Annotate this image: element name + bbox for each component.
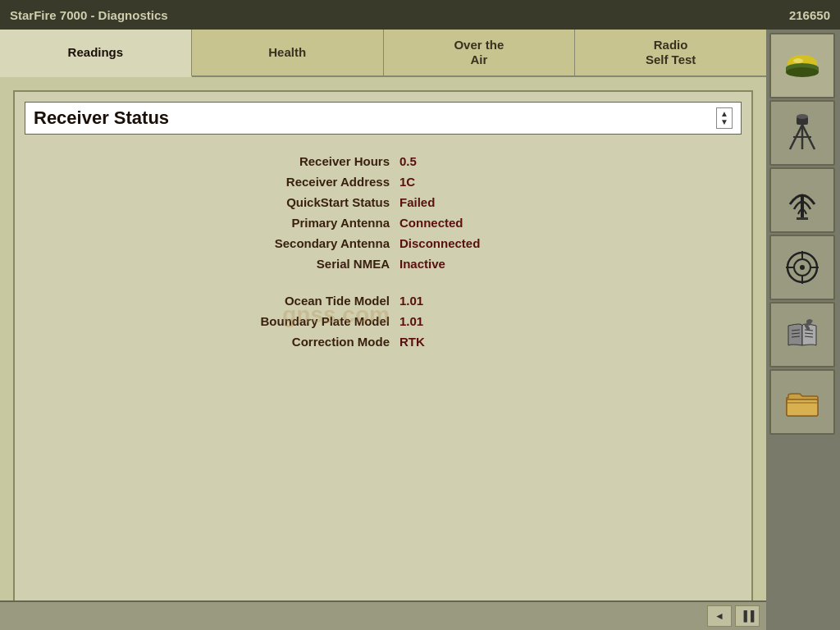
svg-rect-12 bbox=[797, 217, 808, 220]
svg-point-6 bbox=[797, 114, 808, 119]
receiver-status-box: Receiver Status ▲ ▼ Receiver Hours 0.5 R… bbox=[13, 90, 753, 617]
grid-button[interactable]: ▐▐ bbox=[735, 605, 760, 627]
content-area: Receiver Status ▲ ▼ Receiver Hours 0.5 R… bbox=[0, 77, 766, 630]
svg-rect-27 bbox=[787, 399, 818, 416]
right-sidebar bbox=[766, 30, 840, 630]
receiver-status-dropdown[interactable]: Receiver Status ▲ ▼ bbox=[25, 102, 742, 135]
bottom-bar: ◄ ▐▐ bbox=[0, 600, 766, 630]
dropdown-arrows-icon[interactable]: ▲ ▼ bbox=[716, 107, 733, 129]
tab-over-the-air[interactable]: Over theAir bbox=[384, 30, 576, 75]
status-row-serial-nmea: Serial NMEA Inactive bbox=[41, 257, 725, 271]
back-button[interactable]: ◄ bbox=[707, 605, 732, 627]
tab-health[interactable]: Health bbox=[192, 30, 384, 75]
svg-point-3 bbox=[786, 67, 819, 77]
survey-tripod-icon[interactable] bbox=[769, 100, 835, 166]
tab-readings[interactable]: Readings bbox=[0, 30, 192, 77]
folder-icon[interactable] bbox=[769, 369, 835, 435]
title-bar: StarFire 7000 - Diagnostics 216650 bbox=[0, 0, 840, 30]
svg-point-15 bbox=[800, 265, 805, 270]
app-title: StarFire 7000 - Diagnostics bbox=[10, 8, 168, 22]
svg-rect-11 bbox=[801, 196, 804, 219]
receiver-status-title: Receiver Status bbox=[34, 107, 169, 129]
tab-bar: Readings Health Over theAir RadioSelf Te… bbox=[0, 30, 766, 77]
manual-book-icon[interactable] bbox=[769, 302, 835, 368]
status-row-primary-antenna: Primary Antenna Connected bbox=[41, 216, 725, 230]
status-row-secondary-antenna: Secondary Antenna Disconnected bbox=[41, 236, 725, 250]
status-table: Receiver Hours 0.5 Receiver Address 1C Q… bbox=[25, 154, 742, 349]
status-row-receiver-address: Receiver Address 1C bbox=[41, 175, 725, 189]
tab-radio-self-test[interactable]: RadioSelf Test bbox=[575, 30, 766, 75]
main-area: Readings Health Over theAir RadioSelf Te… bbox=[0, 30, 840, 630]
status-row-receiver-hours: Receiver Hours 0.5 bbox=[41, 154, 725, 168]
target-crosshair-icon[interactable] bbox=[769, 235, 835, 300]
status-row-ocean-tide: Ocean Tide Model 1.01 bbox=[41, 294, 725, 308]
left-panel: Readings Health Over theAir RadioSelf Te… bbox=[0, 30, 766, 630]
device-id: 216650 bbox=[789, 8, 830, 22]
status-row-quickstart: QuickStart Status Failed bbox=[41, 195, 725, 209]
status-row-correction-mode: Correction Mode RTK bbox=[41, 335, 725, 349]
svg-point-4 bbox=[793, 58, 803, 63]
gps-device-icon[interactable] bbox=[769, 33, 835, 98]
status-row-boundary-plate: Boundary Plate Model 1.01 bbox=[41, 314, 725, 328]
antenna-signal-icon[interactable] bbox=[769, 167, 835, 233]
